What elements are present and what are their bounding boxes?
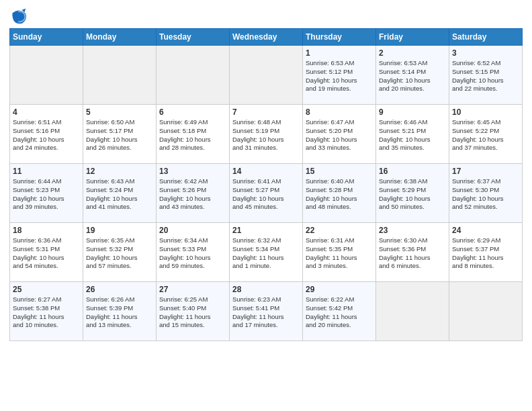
calendar-cell: 13Sunrise: 6:42 AM Sunset: 5:26 PM Dayli… [157, 164, 230, 223]
calendar-cell: 7Sunrise: 6:48 AM Sunset: 5:19 PM Daylig… [230, 105, 303, 164]
day-number: 9 [379, 107, 446, 117]
calendar-cell [230, 46, 303, 105]
header-day-saturday: Saturday [449, 29, 523, 46]
day-number: 28 [232, 285, 300, 294]
calendar-cell: 16Sunrise: 6:38 AM Sunset: 5:29 PM Dayli… [376, 164, 449, 223]
day-number: 10 [452, 107, 519, 117]
header-day-wednesday: Wednesday [230, 29, 303, 46]
logo [9, 7, 31, 26]
calendar-cell: 1Sunrise: 6:53 AM Sunset: 5:12 PM Daylig… [303, 46, 376, 105]
calendar-cell: 19Sunrise: 6:35 AM Sunset: 5:32 PM Dayli… [83, 223, 157, 282]
day-info: Sunrise: 6:41 AM Sunset: 5:27 PM Dayligh… [232, 177, 300, 212]
day-number: 23 [379, 226, 446, 235]
day-info: Sunrise: 6:25 AM Sunset: 5:40 PM Dayligh… [159, 295, 226, 330]
calendar-cell: 2Sunrise: 6:53 AM Sunset: 5:14 PM Daylig… [376, 46, 449, 105]
day-info: Sunrise: 6:23 AM Sunset: 5:41 PM Dayligh… [232, 295, 300, 330]
calendar-cell: 12Sunrise: 6:43 AM Sunset: 5:24 PM Dayli… [83, 164, 157, 223]
day-info: Sunrise: 6:29 AM Sunset: 5:37 PM Dayligh… [452, 236, 519, 271]
page-container: SundayMondayTuesdayWednesdayThursdayFrid… [0, 0, 532, 348]
day-number: 20 [159, 226, 226, 235]
day-info: Sunrise: 6:36 AM Sunset: 5:31 PM Dayligh… [13, 236, 80, 271]
calendar-cell [83, 46, 157, 105]
day-info: Sunrise: 6:52 AM Sunset: 5:15 PM Dayligh… [452, 59, 519, 93]
day-number: 16 [379, 167, 446, 176]
day-info: Sunrise: 6:34 AM Sunset: 5:33 PM Dayligh… [159, 236, 226, 271]
header-row: SundayMondayTuesdayWednesdayThursdayFrid… [10, 29, 523, 46]
day-info: Sunrise: 6:42 AM Sunset: 5:26 PM Dayligh… [159, 177, 226, 212]
day-info: Sunrise: 6:22 AM Sunset: 5:42 PM Dayligh… [306, 295, 373, 330]
day-info: Sunrise: 6:46 AM Sunset: 5:21 PM Dayligh… [379, 118, 446, 152]
day-info: Sunrise: 6:53 AM Sunset: 5:12 PM Dayligh… [306, 59, 373, 93]
calendar-cell: 20Sunrise: 6:34 AM Sunset: 5:33 PM Dayli… [157, 223, 230, 282]
day-number: 7 [232, 107, 300, 117]
day-number: 1 [306, 48, 373, 58]
calendar-cell: 17Sunrise: 6:37 AM Sunset: 5:30 PM Dayli… [449, 164, 523, 223]
header [9, 7, 523, 26]
header-day-friday: Friday [376, 29, 449, 46]
day-number: 22 [306, 226, 373, 235]
day-info: Sunrise: 6:48 AM Sunset: 5:19 PM Dayligh… [232, 118, 300, 152]
calendar-cell: 26Sunrise: 6:26 AM Sunset: 5:39 PM Dayli… [83, 282, 157, 341]
calendar-cell [157, 46, 230, 105]
day-number: 12 [86, 167, 153, 176]
week-row-5: 25Sunrise: 6:27 AM Sunset: 5:38 PM Dayli… [10, 282, 523, 341]
calendar-cell: 14Sunrise: 6:41 AM Sunset: 5:27 PM Dayli… [230, 164, 303, 223]
day-info: Sunrise: 6:30 AM Sunset: 5:36 PM Dayligh… [379, 236, 446, 271]
header-day-monday: Monday [83, 29, 157, 46]
day-number: 11 [13, 167, 80, 176]
header-day-thursday: Thursday [303, 29, 376, 46]
calendar-cell: 6Sunrise: 6:49 AM Sunset: 5:18 PM Daylig… [157, 105, 230, 164]
day-number: 15 [306, 167, 373, 176]
day-number: 13 [159, 167, 226, 176]
calendar-cell: 24Sunrise: 6:29 AM Sunset: 5:37 PM Dayli… [449, 223, 523, 282]
calendar-cell: 21Sunrise: 6:32 AM Sunset: 5:34 PM Dayli… [230, 223, 303, 282]
calendar-cell: 22Sunrise: 6:31 AM Sunset: 5:35 PM Dayli… [303, 223, 376, 282]
day-info: Sunrise: 6:44 AM Sunset: 5:23 PM Dayligh… [13, 177, 80, 212]
day-info: Sunrise: 6:37 AM Sunset: 5:30 PM Dayligh… [452, 177, 519, 212]
day-info: Sunrise: 6:53 AM Sunset: 5:14 PM Dayligh… [379, 59, 446, 93]
day-info: Sunrise: 6:27 AM Sunset: 5:38 PM Dayligh… [13, 295, 80, 330]
day-number: 27 [159, 285, 226, 294]
calendar-cell: 3Sunrise: 6:52 AM Sunset: 5:15 PM Daylig… [449, 46, 523, 105]
calendar-cell: 25Sunrise: 6:27 AM Sunset: 5:38 PM Dayli… [10, 282, 83, 341]
logo-icon [9, 7, 28, 26]
day-number: 21 [232, 226, 300, 235]
calendar-cell: 11Sunrise: 6:44 AM Sunset: 5:23 PM Dayli… [10, 164, 83, 223]
day-info: Sunrise: 6:35 AM Sunset: 5:32 PM Dayligh… [86, 236, 153, 271]
day-number: 17 [452, 167, 519, 176]
day-number: 24 [452, 226, 519, 235]
header-day-tuesday: Tuesday [157, 29, 230, 46]
calendar-cell: 5Sunrise: 6:50 AM Sunset: 5:17 PM Daylig… [83, 105, 157, 164]
calendar-cell [376, 282, 449, 341]
day-number: 26 [86, 285, 153, 294]
calendar-cell: 10Sunrise: 6:45 AM Sunset: 5:22 PM Dayli… [449, 105, 523, 164]
day-info: Sunrise: 6:40 AM Sunset: 5:28 PM Dayligh… [306, 177, 373, 212]
day-number: 3 [452, 48, 519, 58]
day-info: Sunrise: 6:51 AM Sunset: 5:16 PM Dayligh… [13, 118, 80, 152]
day-number: 14 [232, 167, 300, 176]
day-info: Sunrise: 6:31 AM Sunset: 5:35 PM Dayligh… [306, 236, 373, 271]
calendar-cell: 8Sunrise: 6:47 AM Sunset: 5:20 PM Daylig… [303, 105, 376, 164]
day-number: 6 [159, 107, 226, 117]
calendar-cell: 18Sunrise: 6:36 AM Sunset: 5:31 PM Dayli… [10, 223, 83, 282]
day-info: Sunrise: 6:49 AM Sunset: 5:18 PM Dayligh… [159, 118, 226, 152]
day-info: Sunrise: 6:26 AM Sunset: 5:39 PM Dayligh… [86, 295, 153, 330]
day-info: Sunrise: 6:43 AM Sunset: 5:24 PM Dayligh… [86, 177, 153, 212]
calendar-table: SundayMondayTuesdayWednesdayThursdayFrid… [9, 28, 523, 341]
day-number: 25 [13, 285, 80, 294]
day-number: 2 [379, 48, 446, 58]
calendar-cell: 23Sunrise: 6:30 AM Sunset: 5:36 PM Dayli… [376, 223, 449, 282]
week-row-2: 4Sunrise: 6:51 AM Sunset: 5:16 PM Daylig… [10, 105, 523, 164]
calendar-cell: 4Sunrise: 6:51 AM Sunset: 5:16 PM Daylig… [10, 105, 83, 164]
calendar-cell: 29Sunrise: 6:22 AM Sunset: 5:42 PM Dayli… [303, 282, 376, 341]
calendar-cell [449, 282, 523, 341]
day-info: Sunrise: 6:38 AM Sunset: 5:29 PM Dayligh… [379, 177, 446, 212]
header-day-sunday: Sunday [10, 29, 83, 46]
day-number: 4 [13, 107, 80, 117]
day-number: 8 [306, 107, 373, 117]
calendar-cell: 9Sunrise: 6:46 AM Sunset: 5:21 PM Daylig… [376, 105, 449, 164]
day-info: Sunrise: 6:32 AM Sunset: 5:34 PM Dayligh… [232, 236, 300, 271]
week-row-1: 1Sunrise: 6:53 AM Sunset: 5:12 PM Daylig… [10, 46, 523, 105]
day-info: Sunrise: 6:47 AM Sunset: 5:20 PM Dayligh… [306, 118, 373, 152]
calendar-cell: 15Sunrise: 6:40 AM Sunset: 5:28 PM Dayli… [303, 164, 376, 223]
